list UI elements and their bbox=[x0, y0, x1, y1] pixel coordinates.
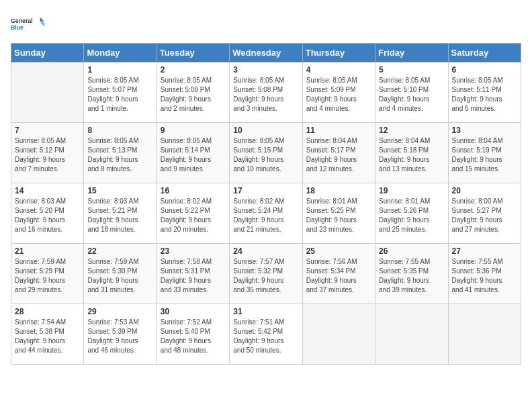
day-number: 17 bbox=[233, 186, 298, 195]
day-info: Sunrise: 8:04 AMSunset: 5:19 PMDaylight:… bbox=[452, 136, 517, 174]
logo: General Blue bbox=[11, 11, 44, 38]
page-header: General Blue bbox=[11, 11, 521, 38]
day-number: 4 bbox=[306, 65, 371, 75]
day-number: 1 bbox=[87, 65, 152, 75]
calendar-cell: 25Sunrise: 7:56 AMSunset: 5:34 PMDayligh… bbox=[302, 244, 375, 304]
calendar-cell: 8Sunrise: 8:05 AMSunset: 5:13 PMDaylight… bbox=[84, 123, 157, 183]
svg-text:Blue: Blue bbox=[11, 24, 24, 31]
day-info: Sunrise: 8:01 AMSunset: 5:26 PMDaylight:… bbox=[379, 197, 444, 234]
calendar-cell: 12Sunrise: 8:04 AMSunset: 5:18 PMDayligh… bbox=[375, 123, 448, 183]
day-number: 5 bbox=[379, 65, 444, 75]
logo-svg: General Blue bbox=[11, 11, 44, 38]
day-header-sunday: Sunday bbox=[11, 44, 84, 62]
day-header-thursday: Thursday bbox=[302, 44, 375, 62]
calendar-cell bbox=[11, 62, 84, 123]
day-header-friday: Friday bbox=[375, 44, 448, 62]
calendar-week-row: 21Sunrise: 7:59 AMSunset: 5:29 PMDayligh… bbox=[11, 244, 521, 304]
calendar-cell: 9Sunrise: 8:05 AMSunset: 5:14 PMDaylight… bbox=[157, 123, 229, 183]
calendar-cell: 15Sunrise: 8:03 AMSunset: 5:21 PMDayligh… bbox=[84, 183, 157, 244]
day-info: Sunrise: 8:00 AMSunset: 5:27 PMDaylight:… bbox=[452, 197, 517, 234]
day-header-saturday: Saturday bbox=[448, 44, 521, 62]
calendar-week-row: 1Sunrise: 8:05 AMSunset: 5:07 PMDaylight… bbox=[11, 62, 521, 123]
calendar-cell: 23Sunrise: 7:58 AMSunset: 5:31 PMDayligh… bbox=[157, 244, 229, 304]
day-number: 16 bbox=[161, 186, 226, 195]
day-number: 15 bbox=[87, 186, 152, 195]
day-number: 22 bbox=[87, 246, 152, 256]
calendar-cell: 6Sunrise: 8:05 AMSunset: 5:11 PMDaylight… bbox=[448, 62, 521, 123]
day-number: 20 bbox=[452, 186, 517, 195]
calendar-cell: 19Sunrise: 8:01 AMSunset: 5:26 PMDayligh… bbox=[375, 183, 448, 244]
day-info: Sunrise: 7:55 AMSunset: 5:36 PMDaylight:… bbox=[452, 257, 517, 295]
calendar-cell: 5Sunrise: 8:05 AMSunset: 5:10 PMDaylight… bbox=[375, 62, 448, 123]
calendar-cell: 4Sunrise: 8:05 AMSunset: 5:09 PMDaylight… bbox=[302, 62, 375, 123]
calendar-cell bbox=[302, 304, 375, 365]
day-info: Sunrise: 8:05 AMSunset: 5:09 PMDaylight:… bbox=[306, 76, 371, 113]
svg-marker-2 bbox=[40, 17, 44, 21]
day-info: Sunrise: 7:55 AMSunset: 5:35 PMDaylight:… bbox=[379, 257, 444, 295]
calendar-cell: 14Sunrise: 8:03 AMSunset: 5:20 PMDayligh… bbox=[11, 183, 84, 244]
day-number: 31 bbox=[233, 307, 298, 316]
day-info: Sunrise: 7:53 AMSunset: 5:39 PMDaylight:… bbox=[87, 318, 152, 355]
day-number: 12 bbox=[379, 126, 444, 135]
day-number: 8 bbox=[87, 126, 152, 135]
day-info: Sunrise: 8:05 AMSunset: 5:08 PMDaylight:… bbox=[161, 76, 226, 113]
calendar-cell bbox=[448, 304, 521, 365]
calendar-cell: 20Sunrise: 8:00 AMSunset: 5:27 PMDayligh… bbox=[448, 183, 521, 244]
day-number: 10 bbox=[233, 126, 298, 135]
day-number: 27 bbox=[452, 246, 517, 256]
day-info: Sunrise: 7:57 AMSunset: 5:32 PMDaylight:… bbox=[233, 257, 298, 295]
calendar-cell: 30Sunrise: 7:52 AMSunset: 5:40 PMDayligh… bbox=[157, 304, 229, 365]
calendar-cell: 2Sunrise: 8:05 AMSunset: 5:08 PMDaylight… bbox=[157, 62, 229, 123]
day-number: 7 bbox=[15, 126, 80, 135]
calendar-cell: 29Sunrise: 7:53 AMSunset: 5:39 PMDayligh… bbox=[84, 304, 157, 365]
day-number: 18 bbox=[306, 186, 371, 195]
day-info: Sunrise: 7:59 AMSunset: 5:30 PMDaylight:… bbox=[87, 257, 152, 295]
calendar-cell: 11Sunrise: 8:04 AMSunset: 5:17 PMDayligh… bbox=[302, 123, 375, 183]
day-header-monday: Monday bbox=[84, 44, 157, 62]
calendar-cell: 27Sunrise: 7:55 AMSunset: 5:36 PMDayligh… bbox=[448, 244, 521, 304]
day-info: Sunrise: 8:04 AMSunset: 5:18 PMDaylight:… bbox=[379, 136, 444, 174]
day-info: Sunrise: 7:58 AMSunset: 5:31 PMDaylight:… bbox=[161, 257, 226, 295]
day-number: 26 bbox=[379, 246, 444, 256]
calendar-header-row: SundayMondayTuesdayWednesdayThursdayFrid… bbox=[11, 44, 521, 62]
day-header-tuesday: Tuesday bbox=[157, 44, 229, 62]
calendar-cell: 22Sunrise: 7:59 AMSunset: 5:30 PMDayligh… bbox=[84, 244, 157, 304]
day-info: Sunrise: 8:05 AMSunset: 5:14 PMDaylight:… bbox=[161, 136, 226, 174]
calendar-cell: 18Sunrise: 8:01 AMSunset: 5:25 PMDayligh… bbox=[302, 183, 375, 244]
day-info: Sunrise: 7:51 AMSunset: 5:42 PMDaylight:… bbox=[233, 318, 298, 355]
day-number: 13 bbox=[452, 126, 517, 135]
calendar-cell: 10Sunrise: 8:05 AMSunset: 5:15 PMDayligh… bbox=[230, 123, 302, 183]
day-info: Sunrise: 8:03 AMSunset: 5:20 PMDaylight:… bbox=[15, 197, 80, 234]
calendar-week-row: 14Sunrise: 8:03 AMSunset: 5:20 PMDayligh… bbox=[11, 183, 521, 244]
day-info: Sunrise: 8:05 AMSunset: 5:10 PMDaylight:… bbox=[379, 76, 444, 113]
day-number: 14 bbox=[15, 186, 80, 195]
calendar-cell: 16Sunrise: 8:02 AMSunset: 5:22 PMDayligh… bbox=[157, 183, 229, 244]
calendar-cell: 26Sunrise: 7:55 AMSunset: 5:35 PMDayligh… bbox=[375, 244, 448, 304]
day-info: Sunrise: 7:56 AMSunset: 5:34 PMDaylight:… bbox=[306, 257, 371, 295]
calendar-table: SundayMondayTuesdayWednesdayThursdayFrid… bbox=[11, 43, 521, 365]
day-info: Sunrise: 8:03 AMSunset: 5:21 PMDaylight:… bbox=[87, 197, 152, 234]
svg-marker-3 bbox=[40, 23, 44, 27]
calendar-cell bbox=[375, 304, 448, 365]
calendar-cell: 17Sunrise: 8:02 AMSunset: 5:24 PMDayligh… bbox=[230, 183, 302, 244]
day-info: Sunrise: 8:05 AMSunset: 5:12 PMDaylight:… bbox=[15, 136, 80, 174]
day-info: Sunrise: 8:04 AMSunset: 5:17 PMDaylight:… bbox=[306, 136, 371, 174]
day-info: Sunrise: 8:05 AMSunset: 5:08 PMDaylight:… bbox=[233, 76, 298, 113]
day-info: Sunrise: 8:02 AMSunset: 5:24 PMDaylight:… bbox=[233, 197, 298, 234]
calendar-cell: 28Sunrise: 7:54 AMSunset: 5:38 PMDayligh… bbox=[11, 304, 84, 365]
day-number: 30 bbox=[161, 307, 226, 316]
day-number: 28 bbox=[15, 307, 80, 316]
calendar-cell: 31Sunrise: 7:51 AMSunset: 5:42 PMDayligh… bbox=[230, 304, 302, 365]
day-info: Sunrise: 8:01 AMSunset: 5:25 PMDaylight:… bbox=[306, 197, 371, 234]
day-number: 6 bbox=[452, 65, 517, 75]
day-number: 29 bbox=[87, 307, 152, 316]
day-info: Sunrise: 8:05 AMSunset: 5:15 PMDaylight:… bbox=[233, 136, 298, 174]
calendar-cell: 1Sunrise: 8:05 AMSunset: 5:07 PMDaylight… bbox=[84, 62, 157, 123]
day-info: Sunrise: 8:05 AMSunset: 5:07 PMDaylight:… bbox=[87, 76, 152, 113]
calendar-cell: 24Sunrise: 7:57 AMSunset: 5:32 PMDayligh… bbox=[230, 244, 302, 304]
day-info: Sunrise: 8:02 AMSunset: 5:22 PMDaylight:… bbox=[161, 197, 226, 234]
svg-text:General: General bbox=[11, 17, 33, 24]
day-number: 21 bbox=[15, 246, 80, 256]
day-info: Sunrise: 8:05 AMSunset: 5:11 PMDaylight:… bbox=[452, 76, 517, 113]
day-number: 3 bbox=[233, 65, 298, 75]
